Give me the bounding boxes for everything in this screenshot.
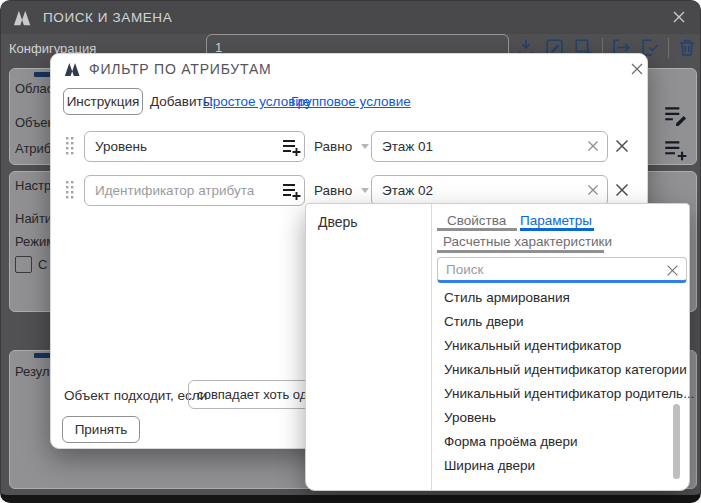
list-item[interactable]: Стиль армирования: [306, 286, 689, 310]
drag-handle-icon[interactable]: [65, 180, 75, 202]
clear-value-icon[interactable]: [587, 140, 599, 152]
list-item[interactable]: Стиль двери: [306, 310, 689, 334]
list-item[interactable]: Форма проёма двери: [306, 430, 689, 454]
tab-calculated-characteristics[interactable]: Расчетные характеристики: [443, 234, 612, 249]
screenshot-stage: ПОИСК И ЗАМЕНА Конфигурация: [0, 0, 701, 503]
list-item[interactable]: Уникальный идентификатор родитель...: [306, 382, 689, 406]
dialog-close-icon[interactable]: [629, 61, 645, 77]
picker-search-box: [437, 257, 687, 283]
condition-row: Равно: [51, 131, 647, 162]
attribute-list: Стиль армирования Стиль двери Уникальный…: [306, 286, 689, 478]
attribute-name-input[interactable]: [84, 175, 305, 206]
list-edit-icon[interactable]: [662, 103, 688, 129]
window-title: ПОИСК И ЗАМЕНА: [43, 10, 172, 25]
operator-select[interactable]: Равно: [314, 175, 369, 206]
tab-parameters[interactable]: Параметры: [520, 213, 592, 228]
find-label: Найти: [15, 211, 52, 226]
condition-row: Равно: [51, 175, 647, 206]
tab-underline-active: [520, 228, 594, 231]
list-item[interactable]: Уникальный идентификатор: [306, 334, 689, 358]
match-condition-label: Объект подходит, если: [64, 388, 207, 403]
tab-underline-inactive: [437, 228, 517, 231]
category-item-door[interactable]: Дверь: [318, 214, 358, 230]
delete-icon[interactable]: [676, 37, 698, 59]
attribute-picker-icon[interactable]: [281, 137, 301, 157]
condition-value-input[interactable]: [371, 175, 608, 206]
window-close-icon[interactable]: [671, 9, 687, 25]
attribute-picker-panel: Дверь Свойства Параметры Расчетные харак…: [305, 203, 690, 491]
value-field-wrap: [371, 131, 608, 162]
operator-value: Равно: [314, 183, 352, 198]
list-item[interactable]: Ширина двери: [306, 454, 689, 478]
delete-row-icon[interactable]: [614, 182, 630, 198]
list-plus-icon[interactable]: [662, 137, 688, 163]
operator-value: Равно: [314, 139, 352, 154]
toolbar-separator: [668, 38, 669, 58]
accept-button[interactable]: Принять: [62, 416, 140, 443]
clear-value-icon[interactable]: [587, 184, 599, 196]
delete-row-icon[interactable]: [614, 138, 630, 154]
attribute-picker-icon[interactable]: [281, 181, 301, 201]
instruction-button[interactable]: Инструкция: [63, 88, 143, 115]
subtab-underline: [437, 250, 604, 253]
list-item[interactable]: Уровень: [306, 406, 689, 430]
chevron-down-icon: [361, 144, 369, 149]
value-field-wrap: [371, 175, 608, 206]
dialog-title: ФИЛЬТР ПО АТРИБУТАМ: [89, 61, 272, 77]
app-logo-icon: [13, 10, 33, 26]
attribute-name-input[interactable]: [84, 131, 305, 162]
dialog-logo-icon: [64, 62, 82, 77]
scrollbar-thumb[interactable]: [673, 404, 680, 479]
chevron-down-icon: [361, 188, 369, 193]
drag-handle-icon[interactable]: [65, 136, 75, 158]
list-item[interactable]: Уникальный идентификатор категории: [306, 358, 689, 382]
settings-checkbox[interactable]: [15, 256, 32, 273]
checkbox-label: С: [38, 257, 47, 272]
search-input[interactable]: [438, 258, 686, 280]
operator-select[interactable]: Равно: [314, 131, 369, 162]
clear-search-icon[interactable]: [666, 264, 679, 277]
condition-value-input[interactable]: [371, 131, 608, 162]
tab-properties[interactable]: Свойства: [447, 213, 506, 228]
window-titlebar: ПОИСК И ЗАМЕНА: [1, 1, 700, 34]
group-condition-link[interactable]: Групповое условие: [291, 94, 411, 109]
